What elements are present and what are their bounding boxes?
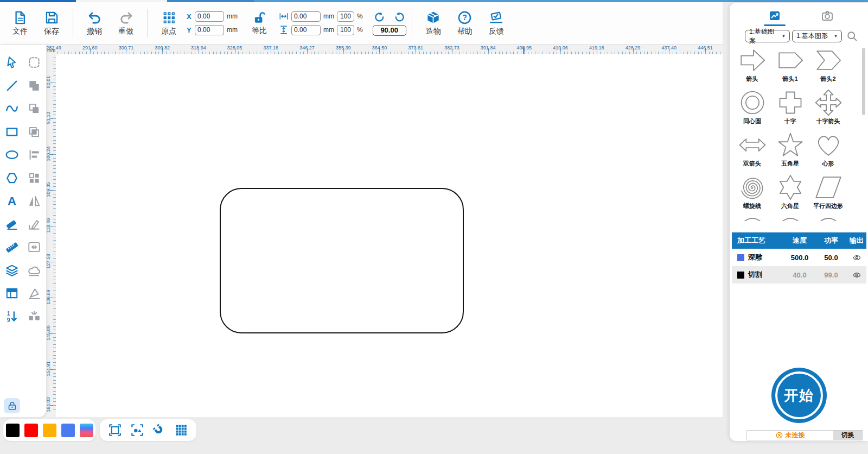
split-tool[interactable] <box>27 310 41 324</box>
color-swatch[interactable] <box>6 424 20 437</box>
boolean-union-tool[interactable] <box>27 79 41 93</box>
frame-tool[interactable] <box>108 423 122 437</box>
shape-item[interactable]: 双箭头 <box>733 131 771 170</box>
canvas[interactable] <box>56 54 723 417</box>
shape-item-label: 六角星 <box>781 202 799 210</box>
search-button[interactable] <box>846 30 858 42</box>
shape-item-partial[interactable] <box>771 216 809 221</box>
polygon-tool[interactable] <box>5 171 19 185</box>
color-swatch[interactable] <box>43 424 56 437</box>
grid-tool[interactable] <box>174 423 188 437</box>
shape-item[interactable]: 十字箭头 <box>809 89 847 128</box>
lock-open-icon <box>252 11 266 25</box>
file-button[interactable]: 文件 <box>4 10 36 36</box>
color-swatch[interactable] <box>24 424 38 437</box>
start-button[interactable]: 开始 <box>771 368 827 423</box>
shape-item[interactable]: 十字 <box>771 89 809 128</box>
speed-value[interactable]: 500.0 <box>784 254 815 262</box>
fit-selection-tool[interactable] <box>130 423 144 437</box>
speed-value[interactable]: 40.0 <box>784 271 815 279</box>
shape-item[interactable]: 心形 <box>809 131 847 170</box>
shape-item[interactable]: 螺旋线 <box>733 173 771 212</box>
shape-item[interactable]: 箭头 <box>733 46 771 85</box>
undo-button[interactable]: 撤销 <box>79 10 110 36</box>
table-tool[interactable] <box>5 286 19 300</box>
power-value[interactable]: 99.0 <box>815 271 847 279</box>
shape-item[interactable]: 箭头2 <box>809 46 847 85</box>
ruler-tick-label: 355.39 <box>336 45 351 51</box>
eraser-tool[interactable] <box>5 217 19 231</box>
output-visibility-toggle[interactable] <box>851 254 863 262</box>
layer-color-swatch[interactable] <box>737 254 744 261</box>
output-visibility-toggle[interactable] <box>851 271 863 279</box>
feedback-button[interactable]: 反馈 <box>481 10 512 36</box>
feedback-icon <box>489 10 503 25</box>
shear-tool[interactable] <box>27 286 41 300</box>
rectangle-tool[interactable] <box>5 125 19 139</box>
tab-gallery[interactable] <box>768 9 782 22</box>
tool-row <box>0 125 46 139</box>
process-row[interactable]: 切割40.099.0 <box>732 266 866 283</box>
rotate-ccw-button[interactable] <box>373 11 386 23</box>
create-button[interactable]: 造物 <box>418 10 449 36</box>
ellipse-tool[interactable] <box>5 148 19 162</box>
color-swatch[interactable] <box>80 424 93 437</box>
shape-item-label: 五角星 <box>781 160 799 168</box>
shape-item[interactable]: 平行四边形 <box>809 173 847 212</box>
power-value[interactable]: 50.0 <box>815 254 847 262</box>
node-edit-tool[interactable] <box>27 217 41 231</box>
spacing-tool[interactable] <box>27 240 41 254</box>
rotate-cw-button[interactable] <box>393 11 406 23</box>
sort-tool[interactable]: 19 <box>5 310 19 324</box>
origin-button[interactable]: 原点 <box>153 10 184 36</box>
origin-label: 原点 <box>161 27 176 36</box>
help-button[interactable]: ? 帮助 <box>449 10 481 36</box>
shape-item[interactable]: 六角星 <box>771 173 809 212</box>
curve-tool[interactable] <box>5 102 19 116</box>
ruler-tool[interactable] <box>5 240 19 254</box>
shape-item-partial[interactable] <box>733 216 771 221</box>
rounded-rectangle-shape[interactable] <box>220 188 464 333</box>
shape-item-partial[interactable] <box>809 216 847 221</box>
tab-camera[interactable] <box>820 9 834 22</box>
layers-tool[interactable] <box>5 263 19 278</box>
weld-tool[interactable] <box>27 263 41 278</box>
lock-ratio-button[interactable]: 等比 <box>247 11 271 36</box>
arrange-tool[interactable] <box>27 171 41 185</box>
save-button[interactable]: 保存 <box>36 10 67 36</box>
magnet-tool[interactable] <box>152 423 166 437</box>
width-input[interactable] <box>291 11 321 22</box>
tool-row <box>0 171 46 185</box>
gallery-scrollbar[interactable] <box>862 48 865 115</box>
height-percent-input[interactable] <box>337 25 354 35</box>
x-position-input[interactable] <box>195 11 224 22</box>
unit-label: mm <box>323 12 334 20</box>
tool-row <box>0 102 46 116</box>
height-input[interactable] <box>291 25 321 35</box>
connection-status[interactable]: 未连接 <box>747 431 833 440</box>
select-tool[interactable] <box>5 55 19 70</box>
y-position-input[interactable] <box>195 25 224 35</box>
disconnected-icon <box>776 432 783 439</box>
lock-button[interactable] <box>4 398 20 413</box>
redo-button[interactable]: 重做 <box>110 10 142 36</box>
mirror-tool[interactable] <box>27 194 41 208</box>
shape-item[interactable]: 箭头1 <box>771 46 809 85</box>
double-arrow-icon <box>738 131 767 159</box>
line-tool[interactable] <box>5 79 19 93</box>
switch-device-button[interactable]: 切换 <box>833 431 862 440</box>
layer-color-swatch[interactable] <box>737 272 744 279</box>
align-tool[interactable] <box>27 148 41 162</box>
boolean-intersect-tool[interactable] <box>27 125 41 139</box>
process-row[interactable]: 深雕500.050.0 <box>732 249 866 266</box>
shape-item[interactable]: 同心圆 <box>733 89 771 128</box>
category-dropdown[interactable]: 1.基础图案 ▼ <box>745 30 790 42</box>
rotation-input[interactable] <box>373 25 406 36</box>
subcategory-dropdown[interactable]: 1.基本图形 ▼ <box>792 30 842 42</box>
width-percent-input[interactable] <box>337 11 354 22</box>
color-swatch[interactable] <box>61 424 75 437</box>
shape-item[interactable]: 五角星 <box>771 131 809 170</box>
text-tool[interactable]: A <box>5 194 19 208</box>
boolean-subtract-tool[interactable] <box>27 102 41 116</box>
marquee-select-tool[interactable] <box>27 55 41 70</box>
